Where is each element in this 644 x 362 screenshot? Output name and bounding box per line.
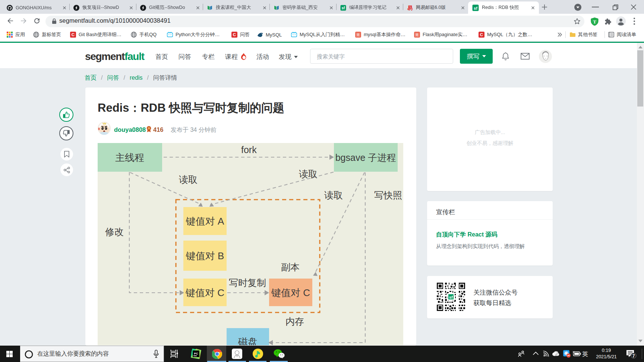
svg-text:sf: sf	[449, 295, 453, 299]
svg-text:C: C	[72, 32, 75, 37]
svg-text:副本: 副本	[281, 262, 300, 272]
svg-text:T: T	[593, 19, 596, 25]
svg-text:读取: 读取	[179, 174, 198, 185]
svg-text:磁盘: 磁盘	[238, 336, 258, 345]
svg-text:写快照: 写快照	[374, 190, 402, 200]
svg-text:读取: 读取	[324, 190, 343, 200]
svg-text:内存: 内存	[285, 316, 304, 327]
svg-text:易: 易	[407, 5, 413, 11]
svg-text:主线程: 主线程	[115, 152, 144, 163]
svg-text:sf: sf	[342, 6, 345, 10]
svg-text:C: C	[233, 32, 236, 37]
svg-text:键值对 B: 键值对 B	[186, 250, 224, 261]
svg-text:修改: 修改	[105, 226, 124, 237]
svg-text:fork: fork	[241, 145, 257, 155]
svg-text:键值对 C: 键值对 C	[185, 287, 224, 298]
svg-text:简: 简	[356, 33, 360, 37]
svg-text:写时复制: 写时复制	[229, 277, 266, 288]
svg-text:C: C	[480, 32, 483, 37]
svg-text:读取: 读取	[299, 169, 318, 179]
svg-text:bgsave 子进程: bgsave 子进程	[335, 152, 396, 163]
svg-text:7: 7	[632, 353, 635, 359]
svg-text:sf: sf	[474, 6, 477, 10]
svg-text:PC: PC	[194, 352, 198, 355]
svg-text:键值对 C: 键值对 C	[271, 287, 310, 298]
svg-text:简: 简	[415, 33, 419, 37]
svg-text:键值对 A: 键值对 A	[186, 216, 224, 227]
